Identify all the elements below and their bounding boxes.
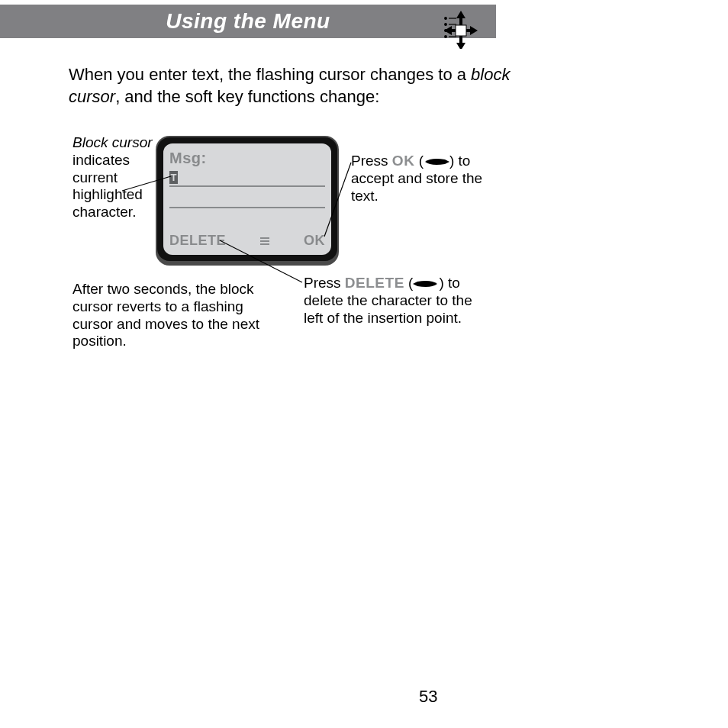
leader-lines <box>0 0 728 728</box>
text-underline-2 <box>169 207 325 208</box>
delete-key-icon: () <box>408 275 448 291</box>
callout-block-cursor-rest: indicates current highlighted character. <box>72 152 143 220</box>
svg-rect-8 <box>456 25 466 36</box>
callout-ok: Press OK () to accept and store the text… <box>351 153 496 205</box>
intro-after: , and the soft key functions change: <box>115 87 379 106</box>
header-bar: Using the Menu <box>0 5 496 38</box>
phone-screen: Msg: T DELETE OK <box>156 136 339 266</box>
softkey-ok[interactable]: OK <box>304 233 325 249</box>
navigate-icon <box>438 6 481 49</box>
intro-text: When you enter text, the flashing cursor… <box>69 64 511 108</box>
callout-block-cursor: Block cursor indicates current highlight… <box>72 134 153 221</box>
intro-before: When you enter text, the flashing cursor… <box>69 65 471 84</box>
softkey-delete[interactable]: DELETE <box>169 233 226 249</box>
callout-delete-sk: DELETE <box>345 275 404 291</box>
softkey-row: DELETE OK <box>169 233 325 249</box>
svg-point-0 <box>445 18 447 20</box>
callout-ok-sk: OK <box>392 153 415 169</box>
text-underline-1 <box>169 185 325 187</box>
page-number: 53 <box>419 687 437 707</box>
svg-point-3 <box>445 36 447 38</box>
block-cursor: T <box>169 171 178 184</box>
callout-ok-before: Press <box>351 153 392 169</box>
phone-content: Msg: T DELETE OK <box>169 150 325 249</box>
callout-block-cursor-em: Block cursor <box>72 134 153 150</box>
callout-revert: After two seconds, the block cursor reve… <box>72 281 279 350</box>
callout-delete-before: Press <box>304 275 345 291</box>
menu-icon[interactable] <box>260 237 269 245</box>
svg-point-1 <box>445 24 447 26</box>
callout-delete: Press DELETE () to delete the character … <box>304 275 487 327</box>
ok-key-icon: () <box>419 153 459 169</box>
page-title: Using the Menu <box>166 9 330 34</box>
msg-label: Msg: <box>169 150 325 167</box>
